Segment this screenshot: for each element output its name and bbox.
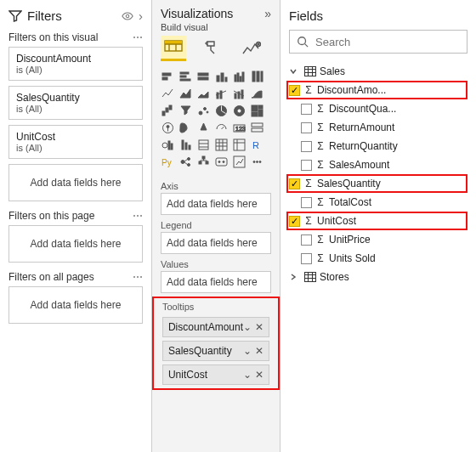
viz-type-ribbon[interactable] xyxy=(250,87,264,101)
filters-all-add[interactable]: Add data fields here xyxy=(8,286,143,324)
filter-card[interactable]: UnitCostis (All) xyxy=(8,125,143,159)
field-row[interactable]: ΣDiscountQua... xyxy=(289,99,468,118)
viz-type-bar-100[interactable] xyxy=(196,70,211,84)
viz-type-pie[interactable] xyxy=(214,104,229,118)
values-well[interactable]: Add data fields here xyxy=(161,271,271,293)
field-checkbox[interactable]: ✓ xyxy=(289,216,300,227)
viz-type-card[interactable]: 123 xyxy=(232,121,246,135)
viz-type-key-influencers[interactable] xyxy=(178,155,193,169)
svg-point-40 xyxy=(167,126,169,128)
chevron-down-icon[interactable]: ⌄ xyxy=(243,369,252,381)
chevron-down-icon[interactable] xyxy=(289,67,301,76)
svg-rect-60 xyxy=(199,161,201,164)
sigma-icon: Σ xyxy=(315,159,326,171)
field-row[interactable]: ΣUnits Sold xyxy=(289,249,468,268)
viz-type-kpi[interactable] xyxy=(161,138,175,152)
viz-type-azure-map[interactable] xyxy=(196,121,211,135)
viz-type-donut[interactable] xyxy=(232,104,246,118)
field-checkbox[interactable]: ✓ xyxy=(289,85,300,96)
chevron-down-icon[interactable]: ⌄ xyxy=(243,321,252,333)
viz-type-r-visual[interactable]: R xyxy=(250,138,264,152)
viz-type-paginated[interactable] xyxy=(232,155,246,169)
field-row[interactable]: ✓ΣDiscountAmo... xyxy=(286,81,468,99)
field-checkbox[interactable]: ✓ xyxy=(289,178,300,189)
field-name: UnitCost xyxy=(317,215,464,227)
field-row[interactable]: ΣTotalCost xyxy=(289,193,468,212)
viz-type-more[interactable] xyxy=(250,155,264,169)
viz-type-column-clustered[interactable] xyxy=(232,70,246,84)
axis-label: Axis xyxy=(152,176,280,193)
viz-type-column-100[interactable] xyxy=(250,70,264,84)
table-row[interactable]: Stores xyxy=(289,268,468,286)
chevron-down-icon[interactable]: ⌄ xyxy=(243,345,252,357)
collapse-icon[interactable]: › xyxy=(139,8,143,23)
viz-type-qna[interactable] xyxy=(214,155,229,169)
filters-visual-add[interactable]: Add data fields here xyxy=(8,164,143,201)
search-input[interactable] xyxy=(314,35,460,49)
field-row[interactable]: ΣUnitPrice xyxy=(289,230,468,249)
legend-well[interactable]: Add data fields here xyxy=(161,232,271,254)
viz-type-gauge[interactable] xyxy=(214,121,229,135)
tooltip-field-row[interactable]: UnitCost⌄✕ xyxy=(162,364,269,385)
field-checkbox[interactable] xyxy=(301,104,312,115)
viz-type-matrix[interactable] xyxy=(232,138,246,152)
svg-rect-36 xyxy=(258,105,263,109)
field-row[interactable]: ✓ΣSalesQuantity xyxy=(286,174,468,193)
field-row[interactable]: ΣReturnAmount xyxy=(289,118,468,137)
field-checkbox[interactable] xyxy=(301,141,312,152)
tooltip-field-row[interactable]: SalesQuantity⌄✕ xyxy=(162,341,269,361)
field-row[interactable]: ΣReturnQuantity xyxy=(289,137,468,155)
viz-type-multi-row-card[interactable] xyxy=(250,121,264,135)
more-icon[interactable]: ⋯ xyxy=(133,210,143,222)
analytics-mode-button[interactable] xyxy=(239,36,264,61)
field-checkbox[interactable] xyxy=(301,253,312,264)
viz-type-decomp[interactable] xyxy=(196,155,211,169)
field-checkbox[interactable] xyxy=(301,197,312,208)
viz-type-treemap[interactable] xyxy=(250,104,264,118)
viz-type-waterfall[interactable] xyxy=(161,104,175,118)
svg-rect-71 xyxy=(305,273,316,282)
build-mode-button[interactable] xyxy=(161,36,186,61)
remove-icon[interactable]: ✕ xyxy=(255,369,264,381)
svg-point-45 xyxy=(162,143,167,148)
filter-card[interactable]: DiscountAmountis (All) xyxy=(8,47,143,81)
format-mode-button[interactable] xyxy=(200,36,225,61)
filter-card[interactable]: SalesQuantityis (All) xyxy=(8,86,143,120)
more-icon[interactable]: ⋯ xyxy=(133,271,143,283)
viz-type-map[interactable] xyxy=(161,121,175,135)
axis-well[interactable]: Add data fields here xyxy=(161,193,271,215)
viz-type-column-stacked[interactable] xyxy=(214,70,229,84)
chevron-right-icon[interactable] xyxy=(289,273,301,281)
remove-icon[interactable]: ✕ xyxy=(255,345,264,357)
filters-page-add[interactable]: Add data fields here xyxy=(8,225,143,263)
viz-type-table[interactable] xyxy=(214,138,229,152)
svg-rect-70 xyxy=(305,67,316,76)
viz-type-funnel[interactable] xyxy=(178,104,193,118)
filter-card-field: DiscountAmount xyxy=(16,53,135,65)
viz-type-line-col[interactable] xyxy=(214,87,229,101)
viz-type-bar-clustered[interactable] xyxy=(178,70,193,84)
table-row[interactable]: Sales xyxy=(289,62,468,81)
field-checkbox[interactable] xyxy=(301,122,312,133)
field-checkbox[interactable] xyxy=(301,160,312,171)
remove-icon[interactable]: ✕ xyxy=(255,321,264,333)
field-checkbox[interactable] xyxy=(301,234,312,246)
viz-type-area-stacked[interactable] xyxy=(196,87,211,101)
tooltip-field-row[interactable]: DiscountAmount⌄✕ xyxy=(162,317,269,337)
viz-type-filled-map[interactable] xyxy=(178,121,193,135)
viz-type-kpi2[interactable] xyxy=(178,138,193,152)
viz-type-scatter[interactable] xyxy=(196,104,211,118)
viz-type-py-visual[interactable]: Py xyxy=(161,155,175,169)
eye-icon[interactable] xyxy=(122,10,133,22)
more-icon[interactable]: ⋯ xyxy=(133,31,143,43)
viz-type-bar-stacked[interactable] xyxy=(161,70,175,84)
field-row[interactable]: ΣSalesAmount xyxy=(289,155,468,174)
viz-type-area[interactable] xyxy=(178,87,193,101)
sigma-icon: Σ xyxy=(315,140,326,152)
expand-icon[interactable]: » xyxy=(264,7,271,20)
viz-type-line-col2[interactable] xyxy=(232,87,246,101)
viz-type-slicer[interactable] xyxy=(196,138,211,152)
fields-search[interactable] xyxy=(289,30,468,54)
viz-type-line[interactable] xyxy=(161,87,175,101)
field-row[interactable]: ✓ΣUnitCost xyxy=(286,212,468,230)
